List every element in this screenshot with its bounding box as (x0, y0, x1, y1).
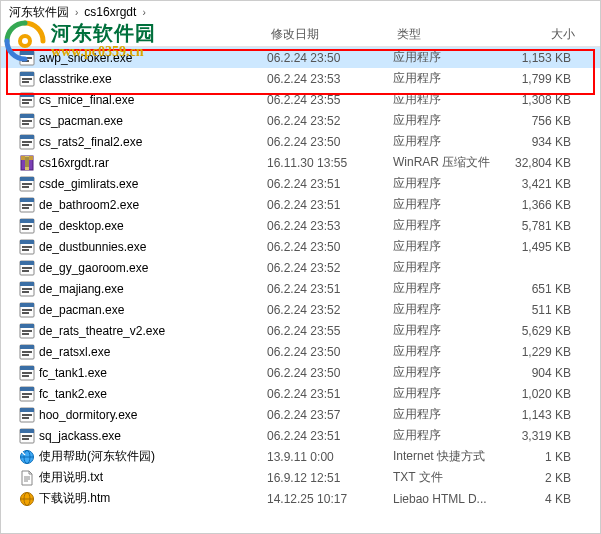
svg-rect-79 (20, 429, 34, 433)
file-size: 1,495 KB (509, 240, 579, 254)
file-date: 06.2.24 23:53 (267, 219, 393, 233)
file-row[interactable]: cs16xrgdt.rar16.11.30 13:55WinRAR 压缩文件32… (1, 152, 600, 173)
file-row[interactable]: fc_tank1.exe06.2.24 23:50应用程序904 KB (1, 362, 600, 383)
file-date: 06.2.24 23:55 (267, 93, 393, 107)
file-date: 06.2.24 23:57 (267, 408, 393, 422)
file-name: sq_jackass.exe (39, 429, 267, 443)
file-row[interactable]: 下载说明.htm14.12.25 10:17Liebao HTML D...4 … (1, 488, 600, 509)
file-type: 应用程序 (393, 301, 509, 318)
exe-file-icon (19, 260, 35, 276)
svg-rect-56 (22, 309, 32, 311)
svg-rect-69 (22, 375, 29, 377)
file-size: 32,804 KB (509, 156, 579, 170)
svg-rect-35 (20, 198, 34, 202)
file-row[interactable]: de_majiang.exe06.2.24 23:51应用程序651 KB (1, 278, 600, 299)
file-date: 06.2.24 23:51 (267, 282, 393, 296)
file-row[interactable]: de_bathroom2.exe06.2.24 23:51应用程序1,366 K… (1, 194, 600, 215)
file-type: 应用程序 (393, 322, 509, 339)
file-date: 06.2.24 23:55 (267, 324, 393, 338)
rar-file-icon (19, 155, 35, 171)
exe-file-icon (19, 92, 35, 108)
file-row[interactable]: sq_jackass.exe06.2.24 23:51应用程序3,319 KB (1, 425, 600, 446)
file-date: 06.2.24 23:50 (267, 366, 393, 380)
svg-rect-77 (22, 417, 29, 419)
file-date: 06.2.24 23:53 (267, 72, 393, 86)
breadcrumb[interactable]: 河东软件园 › cs16xrgdt › (1, 1, 600, 23)
file-date: 06.2.24 23:51 (267, 429, 393, 443)
svg-rect-7 (20, 72, 34, 76)
file-date: 06.2.24 23:52 (267, 303, 393, 317)
svg-rect-40 (22, 225, 32, 227)
file-row[interactable]: de_gy_gaoroom.exe06.2.24 23:52应用程序 (1, 257, 600, 278)
file-row[interactable]: de_rats_theatre_v2.exe06.2.24 23:55应用程序5… (1, 320, 600, 341)
svg-rect-73 (22, 396, 29, 398)
exe-file-icon (19, 50, 35, 66)
file-date: 06.2.24 23:50 (267, 51, 393, 65)
svg-rect-32 (22, 183, 32, 185)
svg-rect-3 (20, 51, 34, 55)
svg-rect-68 (22, 372, 32, 374)
file-type: 应用程序 (393, 112, 509, 129)
file-name: cs_pacman.exe (39, 114, 267, 128)
file-type: 应用程序 (393, 196, 509, 213)
svg-rect-17 (22, 123, 29, 125)
file-name: de_dustbunnies.exe (39, 240, 267, 254)
file-name: cs_mice_final.exe (39, 93, 267, 107)
breadcrumb-part[interactable]: 河东软件园 (9, 4, 69, 21)
file-row[interactable]: 使用说明.txt16.9.12 12:51TXT 文件2 KB (1, 467, 600, 488)
file-name: 使用帮助(河东软件园) (39, 448, 267, 465)
svg-rect-61 (22, 333, 29, 335)
exe-file-icon (19, 134, 35, 150)
file-date: 16.9.12 12:51 (267, 471, 393, 485)
exe-file-icon (19, 197, 35, 213)
svg-rect-15 (20, 114, 34, 118)
svg-rect-36 (22, 204, 32, 206)
file-name: 下载说明.htm (39, 490, 267, 507)
exe-file-icon (19, 71, 35, 87)
file-size: 3,319 KB (509, 429, 579, 443)
file-row[interactable]: fc_tank2.exe06.2.24 23:51应用程序1,020 KB (1, 383, 600, 404)
col-header-type[interactable]: 类型 (397, 26, 513, 43)
svg-rect-11 (20, 93, 34, 97)
file-row[interactable]: cs_rats2_final2.exe06.2.24 23:50应用程序934 … (1, 131, 600, 152)
col-header-size[interactable]: 大小 (513, 26, 583, 43)
svg-rect-21 (22, 144, 29, 146)
file-name: 使用说明.txt (39, 469, 267, 486)
svg-rect-8 (22, 78, 32, 80)
file-row[interactable]: cs_mice_final.exe06.2.24 23:55应用程序1,308 … (1, 89, 600, 110)
exe-file-icon (19, 344, 35, 360)
chevron-right-icon: › (142, 7, 145, 18)
file-name: de_majiang.exe (39, 282, 267, 296)
file-size: 1,143 KB (509, 408, 579, 422)
svg-rect-12 (22, 99, 32, 101)
exe-file-icon (19, 218, 35, 234)
file-row[interactable]: de_desktop.exe06.2.24 23:53应用程序5,781 KB (1, 215, 600, 236)
file-date: 06.2.24 23:51 (267, 177, 393, 191)
file-row[interactable]: awp_snooker.exe06.2.24 23:50应用程序1,153 KB (1, 47, 600, 68)
file-row[interactable]: hoo_dormitory.exe06.2.24 23:57应用程序1,143 … (1, 404, 600, 425)
file-row[interactable]: cs_pacman.exe06.2.24 23:52应用程序756 KB (1, 110, 600, 131)
file-name: fc_tank1.exe (39, 366, 267, 380)
file-size: 3,421 KB (509, 177, 579, 191)
svg-rect-49 (22, 270, 29, 272)
file-date: 06.2.24 23:50 (267, 135, 393, 149)
file-row[interactable]: de_ratsxl.exe06.2.24 23:50应用程序1,229 KB (1, 341, 600, 362)
file-date: 06.2.24 23:51 (267, 387, 393, 401)
file-row[interactable]: 使用帮助(河东软件园)13.9.11 0:00Internet 快捷方式1 KB (1, 446, 600, 467)
file-row[interactable]: de_pacman.exe06.2.24 23:52应用程序511 KB (1, 299, 600, 320)
file-type: 应用程序 (393, 91, 509, 108)
col-header-date[interactable]: 修改日期 (271, 26, 397, 43)
file-type: 应用程序 (393, 364, 509, 381)
file-name: de_pacman.exe (39, 303, 267, 317)
url-file-icon (19, 449, 35, 465)
file-row[interactable]: classtrike.exe06.2.24 23:53应用程序1,799 KB (1, 68, 600, 89)
file-row[interactable]: de_dustbunnies.exe06.2.24 23:50应用程序1,495… (1, 236, 600, 257)
file-size: 1,229 KB (509, 345, 579, 359)
file-type: 应用程序 (393, 49, 509, 66)
file-name: de_gy_gaoroom.exe (39, 261, 267, 275)
file-row[interactable]: csde_gimlirats.exe06.2.24 23:51应用程序3,421… (1, 173, 600, 194)
file-date: 13.9.11 0:00 (267, 450, 393, 464)
file-date: 06.2.24 23:50 (267, 240, 393, 254)
breadcrumb-part[interactable]: cs16xrgdt (84, 5, 136, 19)
file-size: 1,020 KB (509, 387, 579, 401)
